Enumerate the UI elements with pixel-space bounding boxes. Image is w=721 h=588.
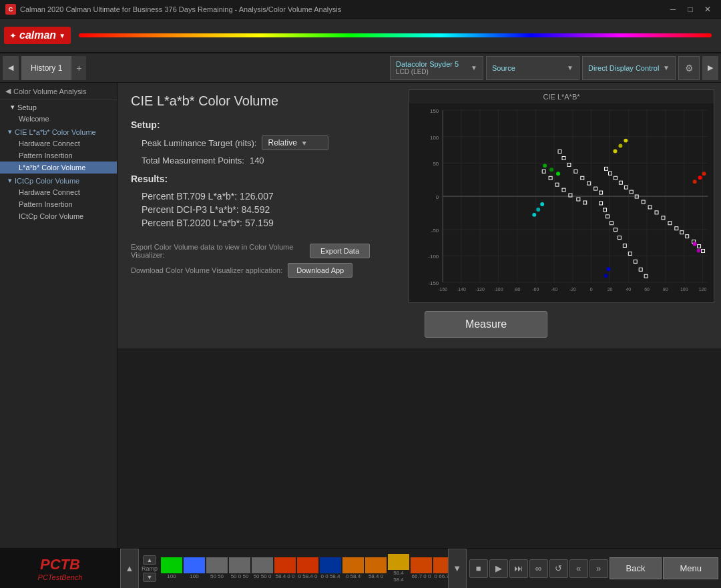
sidebar-item-ictcp-volume[interactable]: ICtCp Color Volume [0,210,117,222]
sidebar-header: ◀ Color Volume Analysis [0,83,117,100]
history-tab-1[interactable]: History 1 [21,56,71,80]
sidebar-item-welcome[interactable]: Welcome [0,113,117,125]
download-app-button[interactable]: Download App [288,263,352,278]
sidebar-item-cie-hardware[interactable]: Hardware Connect [0,137,117,150]
prev-frame-button[interactable]: « [569,559,588,578]
svg-point-94 [613,150,617,154]
swatch-navy-label: 0 0 58.4 [321,573,340,580]
svg-text:150: 150 [430,108,439,114]
swatch-yellow-box [388,554,409,570]
stop-button[interactable]: ■ [469,559,488,578]
window-title: Calman 2020 Calman Ultimate for Business… [20,5,341,13]
swatch-orange2[interactable]: 58.4 0 [365,557,387,580]
maximize-button[interactable]: □ [682,3,698,16]
loop-button[interactable]: ∞ [529,559,548,578]
swatch-red2[interactable]: 0 58.4 0 [297,557,318,580]
swatch-blue[interactable]: 100 [184,557,205,580]
swatch-blue-label: 100 [190,573,198,580]
minimize-button[interactable]: ─ [665,3,681,16]
svg-text:-100: -100 [428,254,439,260]
swatch-red3[interactable]: 66.7 0 0 [411,557,432,580]
swatch-blue-box [184,557,205,573]
sidebar-section-ictcp[interactable]: ▾ ICtCp Color Volume [0,174,117,186]
bottom-logo: PCTB PCTestBench [0,549,120,589]
app-logo-small: C [5,4,16,15]
svg-text:40: 40 [626,287,631,292]
svg-point-102 [540,202,544,206]
titlebar-left: C Calman 2020 Calman Ultimate for Busine… [5,4,341,15]
sidebar-item-ictcp-pattern[interactable]: Pattern Insertion [0,198,117,210]
svg-text:-20: -20 [569,287,576,292]
play-button[interactable]: ▶ [489,559,508,578]
svg-text:-140: -140 [457,287,466,292]
svg-point-93 [543,164,547,168]
swatch-red2-label: 0 58.4 0 [298,573,318,580]
swatch-red4-label: 0 66.7 0 [435,573,448,580]
swatch-gray1[interactable]: 50 50 [206,557,228,580]
download-label: Download Color Volume Visualizer applica… [131,266,282,274]
refresh-button[interactable]: ↺ [549,559,568,578]
swatch-orange1[interactable]: 0 58.4 [342,557,364,580]
setup-label: Setup [17,103,37,111]
sidebar-section-cie[interactable]: ▾ CIE L*a*b* Color Volume [0,125,117,137]
swatch-yellow-label: 58.4 58.4 [388,570,409,583]
bottom-logo-subtext: PCTestBench [38,573,83,581]
sidebar-item-cie-volume[interactable]: L*a*b* Color Volume [0,162,117,174]
svg-text:100: 100 [680,287,688,292]
peak-luminance-select[interactable]: Relative ▼ [262,135,328,150]
svg-text:-50: -50 [431,228,439,234]
nav-back-arrow[interactable]: ◀ [3,56,19,80]
content-wrapper: CIE L*a*b* Color Volume Setup: Peak Lumi… [117,83,721,588]
swatch-orange1-label: 0 58.4 [346,573,360,580]
swatch-green[interactable]: 100 [161,557,182,580]
main-toolbar: ✦ calman ▼ [0,19,721,53]
setup-expand-icon: ▾ [11,103,15,111]
sidebar-section-setup[interactable]: ▾ Setup [0,100,117,113]
peak-luminance-label: Peak Luminance Target (nits): [142,138,256,148]
ramp-up[interactable]: ▲ [143,555,156,565]
menu-button[interactable]: Menu [663,557,718,579]
svg-point-91 [556,172,560,176]
calman-logo-button[interactable]: ✦ calman ▼ [4,27,71,44]
svg-point-95 [618,144,622,148]
rainbow-bar [79,33,712,37]
back-button[interactable]: Back [610,557,662,579]
settings-gear-button[interactable]: ⚙ [678,56,700,80]
svg-point-106 [604,274,608,278]
source-label: Source [492,64,515,72]
ramp-down[interactable]: ▼ [143,573,156,582]
skip-button[interactable]: ⏭ [509,559,528,578]
sidebar-collapse-icon[interactable]: ◀ [5,87,11,95]
measure-button-container: Measure [264,298,708,338]
export-data-button[interactable]: Export Data [310,244,370,258]
color-swatches: ▲ Ramp ▼ 100 100 50 50 50 0 50 50 50 0 5… [139,549,448,589]
bottom-logo-text: PCTB [40,556,80,573]
add-tab-button[interactable]: + [71,56,86,80]
close-button[interactable]: ✕ [700,3,716,16]
svg-text:-80: -80 [513,287,520,292]
swatch-orange1-box [342,557,364,573]
swatch-gray2[interactable]: 50 0 50 [229,557,250,580]
svg-text:-150: -150 [428,280,439,286]
swatch-yellow[interactable]: 58.4 58.4 [388,554,409,583]
scroll-swatches-left[interactable]: ▲ [120,549,139,589]
measure-button[interactable]: Measure [425,311,547,338]
display-control-select[interactable]: Direct Display Control ▼ [582,56,676,80]
svg-text:-100: -100 [494,287,503,292]
swatch-red1[interactable]: 58.4 0 0 [274,557,296,580]
next-frame-button[interactable]: » [589,559,608,578]
swatch-gray3[interactable]: 50 50 0 [252,557,273,580]
instrument-select[interactable]: Datacolor Spyder 5 LCD (LED) ▼ [390,56,483,80]
display-dropdown-arrow: ▼ [663,64,670,71]
instrument-label: Datacolor Spyder 5 LCD (LED) [396,60,459,75]
sidebar-item-ictcp-hardware[interactable]: Hardware Connect [0,186,117,198]
source-select[interactable]: Source ▼ [486,56,579,80]
svg-point-97 [693,180,697,184]
sidebar-item-cie-pattern[interactable]: Pattern Insertion [0,150,117,162]
svg-text:100: 100 [430,135,439,141]
scroll-swatches-right[interactable]: ▼ [448,549,467,589]
nav-forward-arrow[interactable]: ▶ [702,56,718,80]
swatch-navy[interactable]: 0 0 58.4 [320,557,341,580]
logo-icon: ✦ [9,31,17,41]
swatch-red4[interactable]: 0 66.7 0 [433,557,448,580]
